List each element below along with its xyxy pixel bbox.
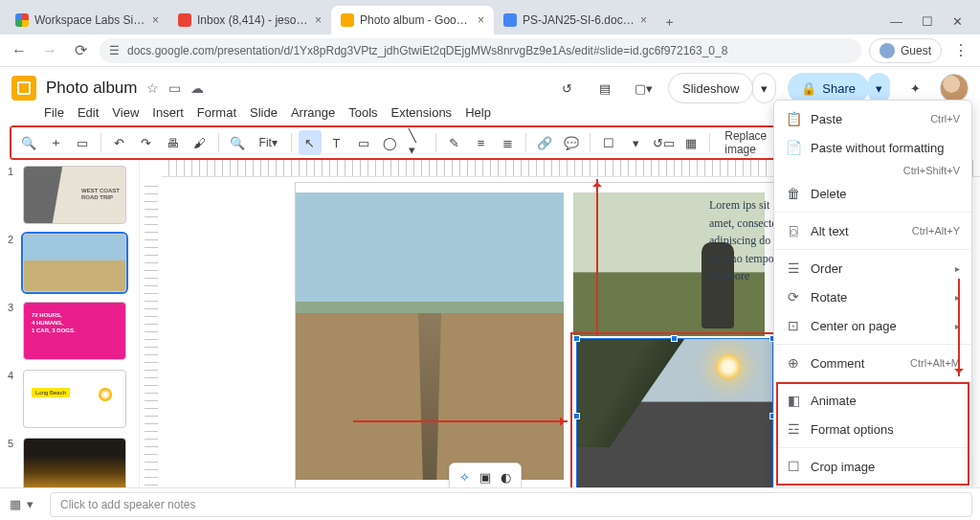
magic-eraser-icon[interactable]: ✧ xyxy=(459,470,470,485)
doc-title[interactable]: Photo album xyxy=(46,79,137,98)
resize-handle[interactable] xyxy=(671,335,678,342)
center-icon: ⊡ xyxy=(786,318,801,333)
thumbnail-slide[interactable]: 72 HOURS, 4 HUMANS, 1 CAR, 3 DOGS. xyxy=(23,302,126,360)
ctx-paste[interactable]: 📋PasteCtrl+V xyxy=(774,104,971,133)
slide-canvas[interactable]: Lorem ips sit amet, consectetu adipiscin… xyxy=(296,183,789,499)
history-icon[interactable]: ↺ xyxy=(553,75,580,102)
crop-icon[interactable]: ▣ xyxy=(479,470,491,485)
ctx-format-options[interactable]: ☲Format options xyxy=(774,415,971,443)
mask-button[interactable]: ▾ xyxy=(624,130,647,155)
menu-slide[interactable]: Slide xyxy=(250,105,278,120)
zoom-select[interactable]: Fit ▾ xyxy=(253,130,284,155)
zoom-icon[interactable]: 🔍 xyxy=(226,130,249,155)
close-window-icon[interactable]: ✕ xyxy=(952,14,963,29)
new-tab-button[interactable]: ＋ xyxy=(657,10,681,34)
menu-edit[interactable]: Edit xyxy=(78,105,99,120)
ctx-alt-text[interactable]: ⌼Alt textCtrl+Alt+Y xyxy=(774,216,971,245)
menu-file[interactable]: File xyxy=(44,105,64,120)
slides-logo-icon[interactable] xyxy=(11,76,36,101)
close-icon[interactable]: × xyxy=(152,13,159,27)
paint-format-button[interactable]: 🖌 xyxy=(189,130,212,155)
mask-icon[interactable]: ◐ xyxy=(501,470,511,485)
border-color-button[interactable]: ✎ xyxy=(442,130,465,155)
canvas-image-road-selected[interactable] xyxy=(576,338,773,495)
cloud-icon[interactable]: ☁ xyxy=(190,80,204,96)
grid-view-icon[interactable]: ▦ xyxy=(10,497,21,511)
line-tool[interactable]: ╲ ▾ xyxy=(406,130,429,155)
speaker-notes-input[interactable]: Click to add speaker notes xyxy=(50,492,972,517)
alttext-icon: ⌼ xyxy=(786,223,801,238)
ctx-paste-nf[interactable]: 📄Paste without formatting xyxy=(774,133,971,162)
format-icon: ☲ xyxy=(786,421,801,437)
ctx-center[interactable]: ⊡Center on page▸ xyxy=(774,311,971,340)
comments-icon[interactable]: ▤ xyxy=(591,75,618,102)
ctx-delete[interactable]: 🗑Delete xyxy=(774,179,971,208)
layout-icon[interactable]: ▭ xyxy=(71,130,94,155)
link-button[interactable]: 🔗 xyxy=(533,130,556,155)
minimize-window-icon[interactable]: ― xyxy=(890,14,902,29)
meet-icon[interactable]: ▢▾ xyxy=(630,75,657,102)
resize-handle[interactable] xyxy=(573,335,580,342)
gemini-icon[interactable]: ✦ xyxy=(902,75,928,102)
ctx-rotate[interactable]: ⟳Rotate▸ xyxy=(774,283,971,311)
resize-handle[interactable] xyxy=(573,413,580,419)
thumbnail-slide[interactable]: Long Beach xyxy=(23,370,126,428)
thumbnail-slide-current[interactable] xyxy=(23,234,126,292)
menu-insert[interactable]: Insert xyxy=(152,105,184,120)
recolor-button[interactable]: ▦ xyxy=(679,130,702,155)
account-avatar[interactable] xyxy=(940,74,969,102)
new-slide-button[interactable]: ＋ xyxy=(44,130,67,155)
site-info-icon[interactable]: ☰ xyxy=(109,44,120,57)
menu-tools[interactable]: Tools xyxy=(348,105,377,120)
lock-icon: 🔒 xyxy=(801,81,816,96)
menu-extensions[interactable]: Extensions xyxy=(391,105,453,120)
annotation-arrow xyxy=(596,179,598,336)
reset-image-button[interactable]: ↺▭ xyxy=(651,130,676,155)
browser-tab[interactable]: Inbox (8,414) - jeson45@gmai× xyxy=(168,6,331,34)
browser-tab-active[interactable]: Photo album - Google Slides× xyxy=(331,6,494,34)
back-button[interactable]: ← xyxy=(8,42,31,59)
ruler-vertical xyxy=(139,160,162,514)
doc-header: Photo album ☆ ▭ ☁ ↺ ▤ ▢▾ Slideshow ▾ 🔒Sh… xyxy=(0,67,980,103)
close-icon[interactable]: × xyxy=(315,13,322,27)
reload-button[interactable]: ⟳ xyxy=(69,41,92,59)
shape-tool[interactable]: ◯ xyxy=(379,130,402,155)
ctx-comment[interactable]: ⊕CommentCtrl+Alt+M xyxy=(774,349,971,377)
context-menu: 📋PasteCtrl+V 📄Paste without formatting C… xyxy=(773,100,972,520)
canvas-image-boardwalk[interactable] xyxy=(296,192,564,480)
ctx-animate[interactable]: ◧Animate xyxy=(774,386,971,415)
order-icon: ☰ xyxy=(786,260,801,276)
search-menus-icon[interactable]: 🔍 xyxy=(17,130,40,155)
star-icon[interactable]: ☆ xyxy=(146,80,159,96)
menu-help[interactable]: Help xyxy=(465,105,491,120)
redo-button[interactable]: ↷ xyxy=(135,130,158,155)
browser-tab[interactable]: Workspace Labs Signup× xyxy=(6,6,168,34)
move-icon[interactable]: ▭ xyxy=(168,80,181,96)
crop-button[interactable]: ☐ xyxy=(597,130,620,155)
thumbnail-slide[interactable]: WEST COASTROAD TRIP xyxy=(23,166,126,224)
menu-arrange[interactable]: Arrange xyxy=(291,105,335,120)
forward-button[interactable]: → xyxy=(38,42,61,59)
menu-format[interactable]: Format xyxy=(197,105,236,120)
maximize-window-icon[interactable]: ☐ xyxy=(922,14,933,29)
profile-chip[interactable]: Guest xyxy=(869,38,942,63)
print-button[interactable]: 🖶 xyxy=(162,130,185,155)
border-weight-button[interactable]: ≡ xyxy=(469,130,492,155)
image-tool[interactable]: ▭ xyxy=(352,130,375,155)
slideshow-caret[interactable]: ▾ xyxy=(752,73,776,103)
menu-view[interactable]: View xyxy=(112,105,139,120)
expand-icon[interactable]: ▾ xyxy=(27,497,33,511)
url-bar[interactable]: ☰ docs.google.com/presentation/d/1Yx8pRd… xyxy=(100,38,861,63)
select-tool[interactable]: ↖ xyxy=(299,130,322,155)
close-icon[interactable]: × xyxy=(640,13,647,27)
comment-button[interactable]: 💬 xyxy=(560,130,583,155)
slideshow-button[interactable]: Slideshow xyxy=(668,73,753,103)
close-icon[interactable]: × xyxy=(478,13,484,27)
ctx-order[interactable]: ☰Order▸ xyxy=(774,254,971,283)
textbox-tool[interactable]: T xyxy=(325,130,348,155)
browser-tab[interactable]: PS-JAN25-SI-6.docx - Google D× xyxy=(494,6,657,34)
chrome-menu-icon[interactable]: ⋮ xyxy=(949,41,972,59)
ctx-crop-image[interactable]: ☐Crop image xyxy=(774,452,971,481)
undo-button[interactable]: ↶ xyxy=(108,130,131,155)
border-dash-button[interactable]: ≣ xyxy=(496,130,519,155)
